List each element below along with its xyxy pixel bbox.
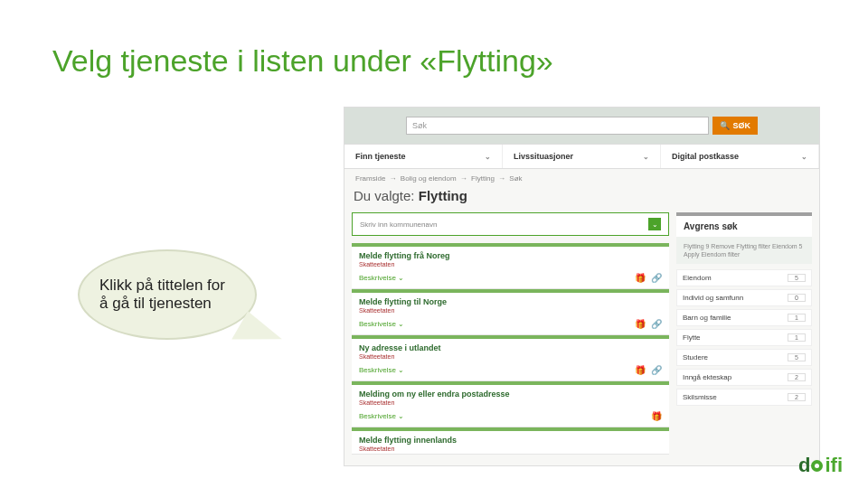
result-title[interactable]: Melde flytting til Norge — [359, 297, 662, 306]
result-card: Ny adresse i utlandet Skatteetaten Beskr… — [352, 335, 669, 381]
result-title[interactable]: Melding om ny eller endra postadresse — [359, 389, 662, 399]
description-toggle[interactable]: Beskrivelse ⌄ — [359, 412, 404, 420]
description-toggle[interactable]: Beskrivelse ⌄ — [359, 274, 404, 282]
result-card: Melde flytting frå Noreg Skatteetaten Be… — [352, 243, 669, 289]
filter-row[interactable]: Skilsmisse2 — [676, 389, 812, 406]
callout-bubble: Klikk på tittelen for å gå til tjenesten — [78, 249, 257, 340]
chevron-down-icon: ⌄ — [485, 153, 491, 161]
result-provider: Skatteetaten — [359, 446, 662, 452]
search-input[interactable]: Søk — [406, 117, 709, 135]
search-bar: Søk 🔍 SØK — [344, 108, 819, 144]
link-icon: 🔗 — [651, 319, 662, 329]
app-screenshot: Søk 🔍 SØK Finn tjeneste ⌄ Livssituasjone… — [344, 107, 820, 466]
gift-icon: 🎁 — [651, 411, 662, 421]
chevron-down-icon: ⌄ — [648, 218, 661, 230]
gift-icon: 🎁 — [635, 273, 646, 283]
filter-column: Avgrens søk Flytting 9 Remove Flytting f… — [676, 212, 812, 455]
gift-icon: 🎁 — [635, 319, 646, 329]
result-provider: Skatteetaten — [359, 353, 662, 360]
description-toggle[interactable]: Beskrivelse ⌄ — [359, 320, 404, 328]
filter-row[interactable]: Barn og familie1 — [676, 309, 812, 326]
result-card: Melde flytting til Norge Skatteetaten Be… — [352, 289, 669, 335]
active-filters: Flytting 9 Remove Flytting filter Eiendo… — [676, 237, 812, 264]
chevron-down-icon: ⌄ — [643, 153, 649, 161]
gift-icon: 🎁 — [635, 365, 646, 375]
filter-row[interactable]: Individ og samfunn0 — [676, 289, 812, 306]
search-icon: 🔍 — [720, 121, 730, 130]
tab-livssituasjoner[interactable]: Livssituasjoner ⌄ — [503, 145, 661, 168]
search-button[interactable]: 🔍 SØK — [712, 117, 758, 135]
result-card: Melde flytting innenlands Skatteetaten — [352, 427, 669, 455]
filter-row[interactable]: Inngå ekteskap2 — [676, 369, 812, 386]
breadcrumb: Framside → Bolig og eiendom → Flytting →… — [344, 169, 819, 184]
link-icon: 🔗 — [651, 365, 662, 375]
result-title[interactable]: Melde flytting frå Noreg — [359, 251, 662, 260]
filter-row[interactable]: Flytte1 — [676, 329, 812, 346]
result-title[interactable]: Ny adresse i utlandet — [359, 343, 662, 352]
link-icon: 🔗 — [651, 273, 662, 283]
logo-dot-icon — [811, 460, 823, 472]
filter-row[interactable]: Studere5 — [676, 349, 812, 366]
result-provider: Skatteetaten — [359, 399, 662, 406]
filter-row[interactable]: Eiendom5 — [676, 269, 812, 286]
tab-finn-tjeneste[interactable]: Finn tjeneste ⌄ — [344, 145, 503, 168]
results-column: Skriv inn kommunenavn ⌄ Melde flytting f… — [352, 212, 669, 455]
tab-digital-postkasse[interactable]: Digital postkasse ⌄ — [661, 145, 819, 168]
result-title[interactable]: Melde flytting innenlands — [359, 436, 662, 445]
main-tabs: Finn tjeneste ⌄ Livssituasjoner ⌄ Digita… — [344, 144, 819, 169]
chevron-down-icon: ⌄ — [801, 153, 807, 161]
result-card: Melding om ny eller endra postadresse Sk… — [352, 381, 669, 427]
slide-title: Velg tjeneste i listen under «Flytting» — [52, 43, 553, 79]
filter-title: Avgrens søk — [676, 212, 812, 237]
result-provider: Skatteetaten — [359, 307, 662, 314]
result-provider: Skatteetaten — [359, 261, 662, 267]
municipality-select[interactable]: Skriv inn kommunenavn ⌄ — [352, 212, 669, 236]
difi-logo: difi — [798, 454, 843, 477]
description-toggle[interactable]: Beskrivelse ⌄ — [359, 366, 404, 374]
page-heading: Du valgte: Flytting — [344, 184, 819, 212]
